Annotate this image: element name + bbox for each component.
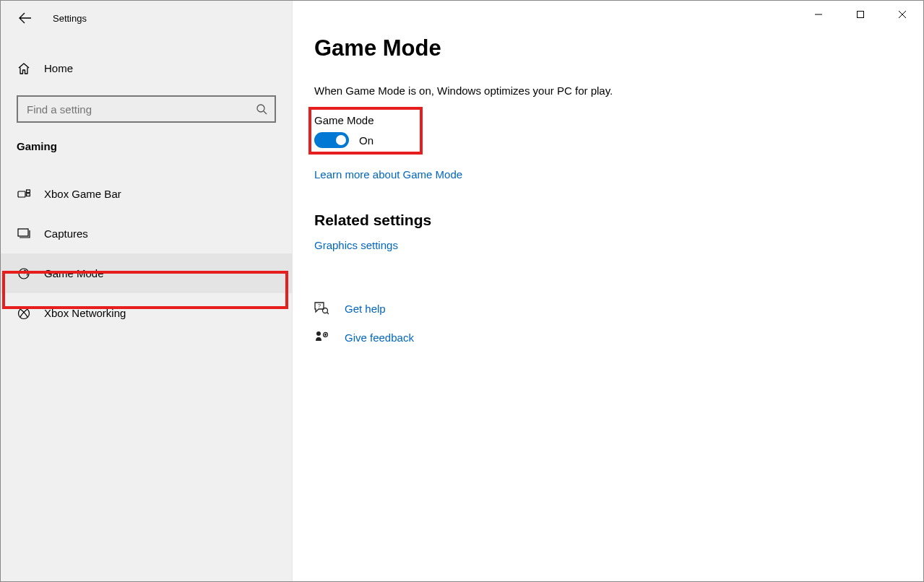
minimize-icon [814,10,823,19]
nav-item-xbox-game-bar[interactable]: Xbox Game Bar [1,174,292,214]
game-mode-toggle-group: Game Mode On [314,114,423,148]
feedback-icon [314,331,329,344]
nav-home[interactable]: Home [1,48,292,88]
search-field[interactable] [25,103,256,116]
learn-more-link[interactable]: Learn more about Game Mode [314,168,462,181]
svg-rect-7 [858,12,864,18]
category-heading: Gaming [1,130,292,160]
back-button[interactable] [15,8,35,28]
captures-icon [17,228,31,240]
nav-item-game-mode[interactable]: Game Mode [1,253,292,293]
svg-rect-4 [18,229,28,236]
page-description: When Game Mode is on, Windows optimizes … [314,84,902,97]
arrow-left-icon [19,12,32,25]
toggle-knob [336,135,346,145]
nav-item-label: Game Mode [44,267,104,279]
close-icon [898,10,907,19]
sidebar: Settings Home Gaming Xbox Game Bar [1,1,293,581]
nav-item-xbox-networking[interactable]: Xbox Networking [1,293,292,333]
search-input[interactable] [17,95,276,123]
get-help-link[interactable]: Get help [345,303,386,315]
toggle-label: Game Mode [314,114,423,126]
nav-item-label: Xbox Game Bar [44,188,121,200]
gamemode-icon [17,267,31,280]
home-icon [17,62,31,75]
game-mode-toggle[interactable] [314,132,349,148]
maximize-button[interactable] [839,1,881,28]
svg-rect-1 [18,191,25,197]
nav-item-label: Captures [44,227,88,240]
minimize-button[interactable] [798,1,839,28]
search-icon [256,103,267,115]
give-feedback-link[interactable]: Give feedback [345,331,414,344]
toggle-state: On [359,134,374,147]
svg-rect-3 [27,194,30,196]
main-content: Game Mode When Game Mode is on, Windows … [293,1,923,581]
svg-point-9 [323,308,328,313]
page-title: Game Mode [314,35,902,61]
maximize-icon [856,10,865,19]
svg-point-0 [257,105,264,112]
titlebar: Settings [1,1,292,35]
related-settings-heading: Related settings [314,212,902,229]
nav-item-label: Xbox Networking [44,307,126,319]
svg-text:?: ? [318,303,321,309]
svg-point-6 [19,308,30,318]
app-title: Settings [53,13,87,24]
help-icon: ? [314,302,329,315]
graphics-settings-link[interactable]: Graphics settings [314,239,398,251]
xbox-icon [17,307,31,320]
gamebar-icon [17,189,31,199]
svg-rect-2 [27,190,30,193]
nav-item-captures[interactable]: Captures [1,214,292,253]
nav-home-label: Home [44,62,73,74]
svg-point-10 [316,331,321,336]
close-button[interactable] [881,1,923,28]
